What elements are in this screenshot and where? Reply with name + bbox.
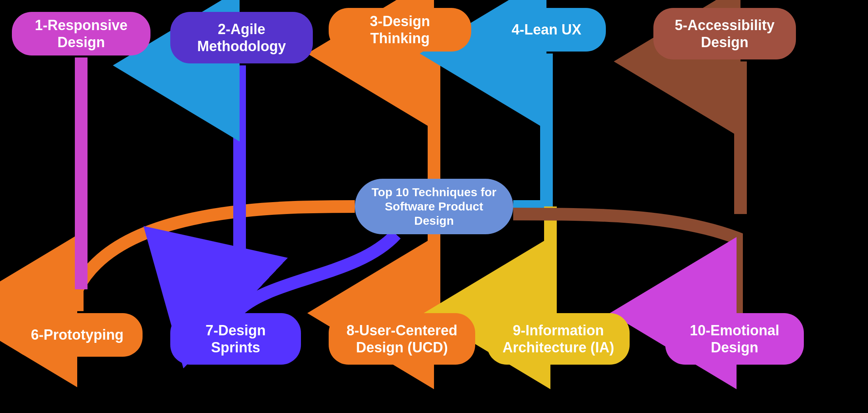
bubble-4: 4-Lean UX [487,8,606,52]
bubble-2: 2-AgileMethodology [170,12,313,63]
diagram-container: Top 10 Techniques for Software Product D… [0,0,868,413]
bubble-1: 1-Responsive Design [12,12,150,55]
arrow-center-to-b6 [77,206,355,311]
bubble-5: 5-AccessibilityDesign [653,8,796,59]
bubble-3: 3-Design Thinking [329,8,471,52]
arrow-right-to-b10 [513,214,737,313]
bubble-7: 7-DesignSprints [170,313,301,365]
bubble-8: 8-User-CenteredDesign (UCD) [329,313,475,365]
arrow-center-to-b4 [513,54,546,206]
center-bubble: Top 10 Techniques for Software Product D… [355,179,513,234]
bubble-6: 6-Prototyping [12,313,143,357]
bubble-9: 9-InformationArchitecture (IA) [487,313,630,365]
arrow-center-to-b7-down [236,234,396,313]
bubble-10: 10-EmotionalDesign [665,313,804,365]
